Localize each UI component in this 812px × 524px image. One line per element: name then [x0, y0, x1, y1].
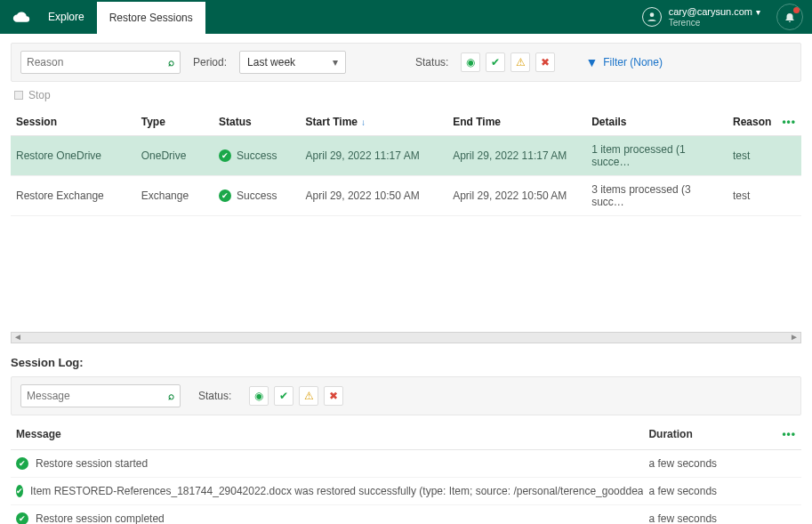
- cell-type: Exchange: [136, 176, 213, 216]
- tab-explore[interactable]: Explore: [36, 0, 97, 34]
- horizontal-scrollbar[interactable]: [11, 332, 801, 343]
- log-status-success[interactable]: ✔: [274, 386, 293, 406]
- success-icon: ✔: [16, 457, 28, 470]
- log-col-duration[interactable]: Duration: [643, 419, 776, 450]
- sessions-filter-bar: ⌕ Period: Last week ▾ Status: ◉ ✔ ⚠ ✖ ▼ …: [11, 43, 801, 82]
- cell-end: April 29, 2022 10:50 AM: [447, 176, 586, 216]
- cell-status: ✔Success: [213, 136, 301, 176]
- filter-link-text: Filter (None): [603, 56, 663, 69]
- col-type[interactable]: Type: [136, 109, 213, 136]
- tab-restore-sessions[interactable]: Restore Sessions: [97, 0, 205, 34]
- period-label: Period:: [193, 56, 227, 69]
- period-value: Last week: [247, 56, 295, 69]
- chevron-down-icon: ▾: [333, 56, 338, 69]
- stop-label: Stop: [28, 89, 51, 101]
- stop-button[interactable]: Stop: [11, 82, 801, 109]
- status-filter-success[interactable]: ✔: [486, 52, 505, 72]
- top-bar: Explore Restore Sessions cary@carysun.co…: [0, 0, 812, 34]
- notifications-button[interactable]: [776, 4, 803, 30]
- col-end[interactable]: End Time: [447, 109, 586, 136]
- log-cell-message: ✔Item RESTORED-References_181744_2904202…: [11, 478, 643, 505]
- table-row[interactable]: Restore ExchangeExchange✔SuccessApril 29…: [11, 176, 801, 216]
- col-status[interactable]: Status: [213, 109, 301, 136]
- log-cell-duration: a few seconds: [643, 505, 776, 525]
- cell-reason: test: [728, 176, 776, 216]
- notification-dot-icon: [793, 7, 800, 13]
- search-icon[interactable]: ⌕: [168, 56, 174, 69]
- log-row[interactable]: ✔Item RESTORED-References_181744_2904202…: [11, 478, 801, 505]
- cell-status: ✔Success: [213, 176, 301, 216]
- reason-search[interactable]: ⌕: [20, 51, 181, 74]
- status-filter-warning[interactable]: ⚠: [511, 52, 530, 72]
- sort-descending-icon: ↓: [361, 117, 366, 127]
- col-details[interactable]: Details: [586, 109, 728, 136]
- cell-session: Restore Exchange: [11, 176, 136, 216]
- success-icon: ✔: [219, 189, 231, 202]
- sessions-table: Session Type Status Start Time↓ End Time…: [11, 109, 801, 216]
- funnel-icon: ▼: [585, 55, 598, 69]
- cell-end: April 29, 2022 11:17 AM: [447, 136, 586, 176]
- log-status-warning[interactable]: ⚠: [299, 386, 318, 406]
- period-select[interactable]: Last week ▾: [239, 51, 346, 74]
- stop-icon: [14, 91, 23, 100]
- user-avatar-icon: [642, 7, 662, 27]
- log-status-error[interactable]: ✖: [324, 386, 343, 406]
- col-start[interactable]: Start Time↓: [301, 109, 448, 136]
- user-menu[interactable]: cary@carysun.com▾ Terence: [642, 0, 812, 34]
- log-cell-message: ✔Restore session completed: [11, 505, 643, 525]
- log-cell-duration: a few seconds: [643, 450, 776, 478]
- log-table: Message Duration ••• ✔Restore session st…: [11, 419, 801, 524]
- cell-details: 3 items processed (3 succ…: [586, 176, 728, 216]
- success-icon: ✔: [16, 485, 23, 497]
- cell-start: April 29, 2022 10:50 AM: [301, 176, 448, 216]
- search-icon[interactable]: ⌕: [168, 390, 174, 402]
- chevron-down-icon: ▾: [756, 7, 760, 17]
- log-cell-duration: a few seconds: [643, 478, 776, 505]
- col-reason[interactable]: Reason: [728, 109, 776, 136]
- cell-details: 1 item processed (1 succe…: [586, 136, 728, 176]
- cell-reason: test: [728, 136, 776, 176]
- cell-session: Restore OneDrive: [11, 136, 136, 176]
- user-name: cary@carysun.com: [669, 6, 752, 17]
- status-filter-error[interactable]: ✖: [535, 52, 555, 72]
- log-message-search[interactable]: ⌕: [20, 384, 181, 407]
- cell-start: April 29, 2022 11:17 AM: [301, 136, 448, 176]
- status-label: Status:: [415, 56, 448, 69]
- log-row[interactable]: ✔Restore session completeda few seconds: [11, 505, 801, 525]
- svg-point-0: [649, 12, 654, 17]
- filter-link[interactable]: ▼ Filter (None): [585, 55, 663, 69]
- log-status-label: Status:: [198, 390, 231, 402]
- session-log-header: Session Log:: [11, 356, 801, 369]
- log-filter-bar: ⌕ Status: ◉ ✔ ⚠ ✖: [11, 376, 801, 415]
- columns-more-icon[interactable]: •••: [782, 116, 796, 128]
- reason-input[interactable]: [27, 56, 168, 69]
- table-row[interactable]: Restore OneDriveOneDrive✔SuccessApril 29…: [11, 136, 801, 176]
- success-icon: ✔: [219, 149, 231, 162]
- tenant-name: Terence: [669, 18, 760, 28]
- log-col-message[interactable]: Message: [11, 419, 643, 450]
- log-row[interactable]: ✔Restore session starteda few seconds: [11, 450, 801, 478]
- col-session[interactable]: Session: [11, 109, 136, 136]
- log-columns-more-icon[interactable]: •••: [782, 428, 796, 440]
- log-message-input[interactable]: [27, 390, 168, 402]
- status-filter-running[interactable]: ◉: [461, 52, 480, 72]
- success-icon: ✔: [16, 512, 28, 524]
- log-status-running[interactable]: ◉: [249, 386, 269, 406]
- brand-logo: [7, 0, 36, 34]
- cell-type: OneDrive: [136, 136, 213, 176]
- log-cell-message: ✔Restore session started: [11, 450, 643, 478]
- cloud-icon: [12, 8, 30, 26]
